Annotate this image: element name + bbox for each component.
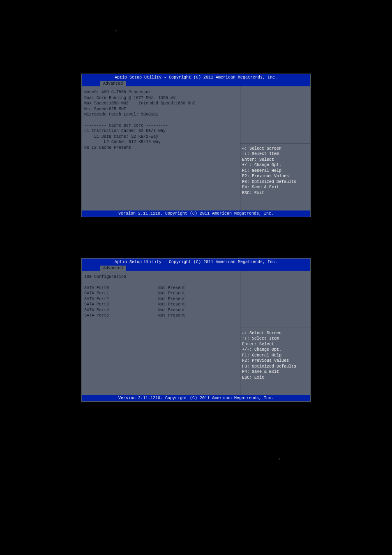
l2-cache-line: L2 Cache: 512 KB/16-way bbox=[84, 139, 238, 145]
bios-window-node-info: Aptio Setup Utility - Copyright (C) 2011… bbox=[81, 74, 311, 217]
tab-row: Advanced bbox=[82, 266, 310, 271]
bios-left-pane[interactable]: IDE Configuration SATA Port0 Not Present… bbox=[82, 271, 240, 395]
help-f4: F4: Save & Exit bbox=[242, 185, 309, 190]
bios-body: IDE Configuration SATA Port0 Not Present… bbox=[82, 271, 310, 395]
list-item: SATA Port4 Not Present bbox=[84, 308, 238, 313]
sata-port-status: Not Present bbox=[158, 296, 185, 302]
help-enter: Enter: Select bbox=[242, 342, 309, 347]
sata-port-label: SATA Port1 bbox=[84, 291, 158, 296]
help-top-empty bbox=[240, 271, 310, 328]
sata-port-label: SATA Port5 bbox=[84, 313, 158, 319]
node-line: Node0: AMD G-T56N Processor bbox=[84, 90, 238, 95]
dual-core-line: Dual Core Running @ 1677 MHz 1350 mV bbox=[84, 95, 238, 101]
header-title: Aptio Setup Utility - Copyright (C) 2011… bbox=[82, 260, 310, 266]
help-select-screen: ↔: Select Screen bbox=[242, 146, 309, 152]
help-enter: Enter: Select bbox=[242, 157, 309, 163]
max-speed-line: Max Speed:1650 MHZ Intended Speed:1650 M… bbox=[84, 101, 238, 106]
bios-footer: Version 2.11.1210. Copyright (C) 2011 Am… bbox=[82, 395, 310, 401]
help-change-opt: +/-: Change Opt. bbox=[242, 347, 309, 353]
sata-port-status: Not Present bbox=[158, 291, 185, 296]
sata-port-label: SATA Port4 bbox=[84, 308, 158, 313]
list-item: SATA Port5 Not Present bbox=[84, 313, 238, 319]
sata-port-label: SATA Port3 bbox=[84, 302, 158, 308]
help-select-item: ↑↓: Select Item bbox=[242, 151, 309, 157]
tab-row: Advanced bbox=[82, 81, 310, 86]
l1-data-line: L1 Data Cache: 32 KB/2-way bbox=[84, 134, 238, 140]
ide-config-title: IDE Configuration bbox=[84, 274, 238, 280]
l1-instruction-line: L1 Instruction Cache: 32 KB/8-way bbox=[84, 128, 238, 134]
bios-right-pane: ↔: Select Screen ↑↓: Select Item Enter: … bbox=[240, 271, 310, 395]
help-select-item: ↑↓: Select Item bbox=[242, 336, 309, 342]
bios-header: Aptio Setup Utility - Copyright (C) 2011… bbox=[82, 74, 310, 86]
help-f3: F3: Optimized Defaults bbox=[242, 364, 309, 370]
bios-window-ide-config: Aptio Setup Utility - Copyright (C) 2011… bbox=[81, 258, 311, 402]
help-top-empty bbox=[240, 86, 310, 143]
help-f1: F1: General Help bbox=[242, 168, 309, 174]
help-change-opt: +/-: Change Opt. bbox=[242, 162, 309, 168]
help-f3: F3: Optimized Defaults bbox=[242, 179, 309, 185]
bios-right-pane: ↔: Select Screen ↑↓: Select Item Enter: … bbox=[240, 86, 310, 210]
help-f1: F1: General Help bbox=[242, 353, 309, 358]
sata-port-status: Not Present bbox=[158, 302, 185, 308]
sata-port-status: Not Present bbox=[158, 308, 185, 313]
punctuation-bottom: , bbox=[0, 443, 392, 461]
list-item: SATA Port3 Not Present bbox=[84, 302, 238, 308]
help-select-screen: ↔: Select Screen bbox=[242, 331, 309, 336]
min-speed-line: Min Speed:825 MHZ bbox=[84, 106, 238, 112]
cache-header-line: --------- Cache per Core --------- bbox=[84, 123, 238, 129]
punctuation-top: , bbox=[0, 25, 392, 74]
help-f4: F4: Save & Exit bbox=[242, 369, 309, 375]
list-item: SATA Port1 Not Present bbox=[84, 291, 238, 296]
help-esc: ESC: Exit bbox=[242, 375, 309, 381]
list-item: SATA Port2 Not Present bbox=[84, 296, 238, 302]
microcode-line: Microcode Patch Level: 5000101 bbox=[84, 112, 238, 118]
sata-port-status: Not Present bbox=[158, 285, 185, 291]
tab-advanced[interactable]: Advanced bbox=[100, 266, 126, 271]
sata-port-status: Not Present bbox=[158, 313, 185, 319]
sata-port-label: SATA Port2 bbox=[84, 296, 158, 302]
help-f2: F2: Previous Values bbox=[242, 358, 309, 364]
bios-header: Aptio Setup Utility - Copyright (C) 2011… bbox=[82, 259, 310, 271]
help-esc: ESC: Exit bbox=[242, 190, 309, 196]
help-f2: F2: Previous Values bbox=[242, 173, 309, 179]
tab-advanced[interactable]: Advanced bbox=[100, 81, 126, 86]
bios-left-pane[interactable]: Node0: AMD G-T56N Processor Dual Core Ru… bbox=[82, 86, 240, 210]
bios-footer: Version 2.11.1210. Copyright (C) 2011 Am… bbox=[82, 210, 310, 217]
header-title: Aptio Setup Utility - Copyright (C) 2011… bbox=[82, 75, 310, 81]
sata-port-label: SATA Port0 bbox=[84, 285, 158, 291]
no-l3-line: No L3 Cache Present bbox=[84, 145, 238, 151]
list-item: SATA Port0 Not Present bbox=[84, 285, 238, 291]
bios-body: Node0: AMD G-T56N Processor Dual Core Ru… bbox=[82, 86, 310, 210]
help-key-legend: ↔: Select Screen ↑↓: Select Item Enter: … bbox=[240, 143, 310, 210]
help-key-legend: ↔: Select Screen ↑↓: Select Item Enter: … bbox=[240, 328, 310, 395]
